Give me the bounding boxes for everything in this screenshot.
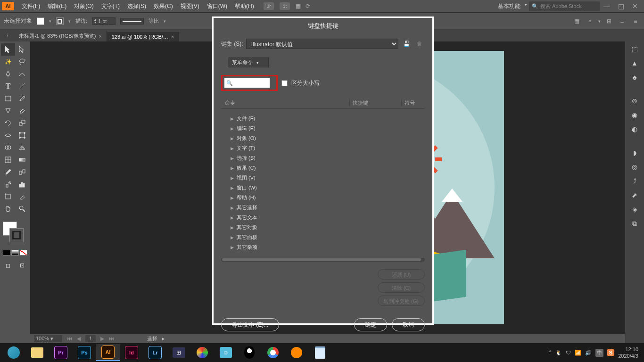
arrange-docs-icon[interactable]: ▦	[294, 1, 303, 11]
fill-swatch[interactable]	[37, 17, 44, 25]
color-panel-icon[interactable]: ♣	[629, 72, 640, 83]
curvature-tool[interactable]	[15, 68, 29, 80]
tray-qq-icon[interactable]: 🐧	[555, 350, 562, 356]
color-mode-gradient[interactable]	[11, 250, 19, 255]
command-list-item[interactable]: ▶帮助 (H)	[221, 193, 425, 203]
rectangle-tool[interactable]	[1, 92, 15, 105]
tray-ime-brand-icon[interactable]: S	[607, 349, 614, 356]
next-artboard-icon[interactable]: ▶	[100, 336, 104, 342]
taskbar-illustrator[interactable]: Ai	[96, 344, 120, 361]
paintbrush-tool[interactable]	[15, 92, 29, 105]
color-mode-solid[interactable]	[3, 250, 10, 255]
chevron-down-icon[interactable]: ▾	[49, 19, 51, 24]
ok-button[interactable]: 确定	[354, 318, 387, 331]
close-icon[interactable]: ×	[171, 34, 174, 40]
case-sensitive-checkbox[interactable]	[281, 80, 288, 86]
preferences-icon[interactable]: ⫠	[618, 16, 627, 26]
rotate-tool[interactable]	[1, 117, 15, 129]
command-list-item[interactable]: ▶其它选择	[221, 203, 425, 213]
menu-view[interactable]: 视图(V)	[177, 2, 203, 10]
prev-artboard-icon[interactable]: ◀	[77, 336, 81, 342]
line-tool[interactable]	[15, 80, 29, 92]
delete-keyset-icon[interactable]: 🗑	[414, 39, 425, 49]
last-artboard-icon[interactable]: ⏭	[109, 336, 114, 341]
taskbar-chrome[interactable]	[261, 344, 285, 361]
keyset-select[interactable]: Illustrator 默认值	[246, 39, 398, 49]
draw-normal-icon[interactable]: ◻	[1, 259, 15, 272]
tray-network-icon[interactable]: 📶	[575, 350, 581, 356]
hand-tool[interactable]	[1, 203, 15, 215]
chevron-down-icon[interactable]: ▾	[164, 19, 166, 24]
chevron-down-icon[interactable]: ▾	[68, 19, 71, 24]
cc-panel-icon[interactable]: ⊚	[629, 95, 640, 107]
stroke-color[interactable]	[9, 228, 24, 242]
taskbar-qq[interactable]	[238, 344, 261, 361]
doc-tab-2[interactable]: 123.ai @ 100% (RGB/… ×	[107, 32, 179, 41]
command-list-item[interactable]: ▶效果 (C)	[221, 163, 425, 173]
menu-edit[interactable]: 编辑(E)	[44, 2, 70, 10]
window-close[interactable]: ✕	[628, 2, 642, 10]
command-list-item[interactable]: ▶窗口 (W)	[221, 183, 425, 193]
layers-panel-icon[interactable]: ⧉	[629, 218, 640, 229]
width-tool[interactable]	[1, 129, 15, 141]
stroke-weight-input[interactable]: ▴▾ 1 pt	[92, 17, 116, 25]
command-list-item[interactable]: ▶文件 (F)	[221, 114, 425, 123]
zoom-level[interactable]: 100% ▾	[34, 335, 62, 342]
transparency-panel-icon[interactable]: ⬈	[629, 189, 640, 201]
slice-tool[interactable]	[15, 190, 29, 203]
command-list-item[interactable]: ▶编辑 (E)	[221, 123, 425, 133]
window-minimize[interactable]: —	[600, 2, 614, 10]
menu-object[interactable]: 对象(O)	[70, 2, 97, 10]
menu-help[interactable]: 帮助(H)	[231, 2, 258, 10]
window-maximize[interactable]: ◱	[614, 2, 628, 10]
shape-builder-tool[interactable]	[1, 141, 15, 154]
gradient-panel-icon[interactable]: ⤴	[629, 175, 640, 187]
mesh-tool[interactable]	[1, 154, 15, 166]
perspective-grid-tool[interactable]	[15, 141, 29, 154]
column-graph-tool[interactable]	[15, 178, 29, 190]
tray-clock[interactable]: 12:10 2020/4/3	[618, 346, 638, 360]
close-icon[interactable]: ×	[99, 33, 101, 39]
blend-tool[interactable]	[15, 166, 29, 178]
artboard-tool[interactable]	[1, 190, 15, 203]
stroke-swatch[interactable]	[56, 17, 64, 25]
color-mode-none[interactable]	[20, 250, 27, 255]
stroke-panel-icon[interactable]: ◎	[629, 161, 640, 173]
first-artboard-icon[interactable]: ⏮	[67, 336, 72, 341]
taskbar-app-2[interactable]	[190, 344, 214, 361]
search-text-field[interactable]	[233, 80, 266, 86]
taskbar-app-1[interactable]: ⊞	[167, 344, 190, 361]
doc-tab-1[interactable]: 未标题-1 @ 83% (RGB/像素预览) ×	[14, 31, 107, 41]
command-list-item[interactable]: ▶其它面板	[221, 232, 425, 242]
free-transform-tool[interactable]	[15, 129, 29, 141]
save-keyset-icon[interactable]: 💾	[401, 39, 412, 49]
horizontal-scrollbar[interactable]	[221, 258, 425, 262]
properties-panel-icon[interactable]: ⬚	[629, 43, 640, 55]
chevron-down-icon[interactable]: ▾	[598, 19, 601, 24]
direct-selection-tool[interactable]	[15, 43, 29, 56]
eraser-tool[interactable]	[15, 105, 29, 117]
workspace-switcher[interactable]: 基本功能 ▾	[494, 1, 529, 11]
command-list-item[interactable]: ▶选择 (S)	[221, 153, 425, 163]
tray-volume-icon[interactable]: 🔊	[585, 350, 592, 356]
command-list-item[interactable]: ▶其它杂项	[221, 242, 425, 252]
zoom-tool[interactable]	[15, 203, 29, 215]
shaper-tool[interactable]	[1, 105, 15, 117]
taskbar-premiere[interactable]: Pr	[49, 344, 73, 361]
brushes-panel-icon[interactable]: ◐	[629, 123, 640, 135]
menu-select[interactable]: 选择(S)	[124, 2, 150, 10]
taskbar-indesign[interactable]: Id	[120, 344, 143, 361]
align-icon[interactable]: ▦	[572, 16, 581, 26]
gradient-tool[interactable]	[15, 154, 29, 166]
taskbar-lightroom[interactable]: Lr	[143, 344, 167, 361]
adobe-stock-search[interactable]: 🔍 搜索 Adobe Stock	[529, 1, 600, 11]
taskbar-browser[interactable]	[2, 344, 25, 361]
tray-security-icon[interactable]: 🛡	[566, 350, 571, 355]
command-list-item[interactable]: ▶视图 (V)	[221, 173, 425, 183]
shortcut-type-select[interactable]: 菜单命令 ▾	[228, 58, 269, 67]
artboard-number[interactable]: 1	[85, 335, 96, 342]
gpu-perf-icon[interactable]: ⟳	[303, 1, 313, 11]
tray-expand-icon[interactable]: ˄	[549, 350, 552, 356]
status-menu-icon[interactable]: ▸	[162, 336, 165, 342]
type-tool[interactable]: T	[1, 80, 15, 92]
